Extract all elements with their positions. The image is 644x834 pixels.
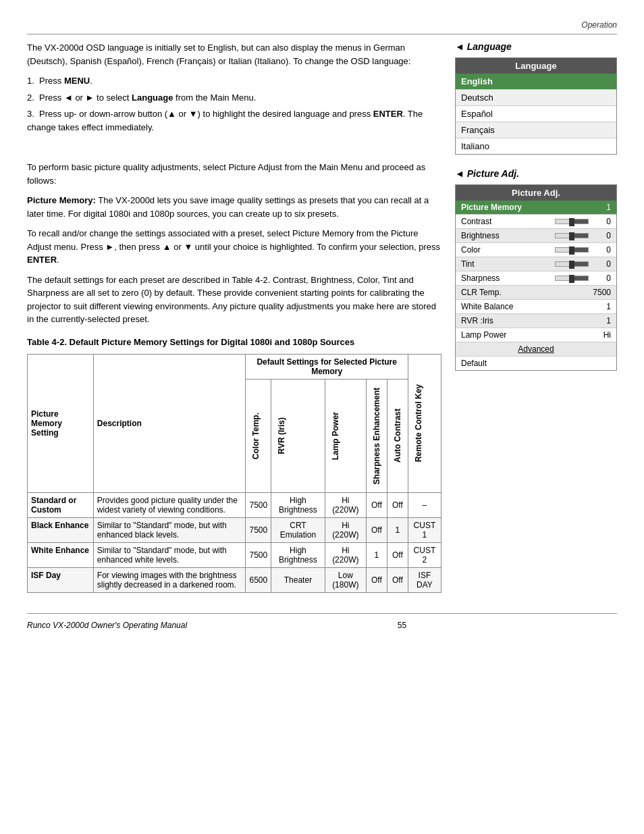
value-label: CLR Temp. [461,288,502,297]
left-column: The VX-2000d OSD language is initially s… [27,41,441,593]
cell-value: Off [387,568,408,593]
menu-item-advanced[interactable]: Advanced [456,342,616,357]
cell-value: CUST 2 [408,543,441,568]
table-heading: Table 4-2. Default Picture Memory Settin… [27,336,441,348]
spacer1 [27,140,441,161]
menu-item-value[interactable]: Picture Memory1 [456,201,616,215]
slider-bar [555,247,589,253]
cell-value: High Brightness [271,493,325,518]
slider-widget: 0 [555,217,611,226]
cell-value: Off [366,518,387,543]
page: Operation The VX-2000d OSD language is i… [0,0,644,657]
step2-bold: Language [132,93,173,103]
cell-value: Hi (220W) [325,518,366,543]
picture-memory-table: Picture Memory Setting Description Defau… [27,354,441,593]
cell-value: Hi (220W) [325,543,366,568]
value-number: 1 [591,302,611,311]
enter-bold: ENTER [27,255,57,265]
slider-widget: 0 [555,259,611,269]
cell-memory: White Enhance [28,543,94,568]
value-label: Picture Memory [461,203,522,212]
col-remote: Remote Control Key [408,354,441,492]
slider-value: 0 [591,273,611,283]
menu-item-value[interactable]: RVR :Iris1 [456,314,616,328]
cell-description: Similar to "Standard" mode, but with enh… [93,518,246,543]
cell-value: Low (180W) [325,568,366,593]
language-menu-item[interactable]: Français [456,122,616,138]
col-lamp-power: Lamp Power [325,379,366,492]
slider-label: Tint [461,259,475,269]
cell-description: Provides good picture quality under the … [93,493,246,518]
slider-widget: 0 [555,273,611,283]
language-menu-item[interactable]: Español [456,106,616,122]
table-row: ISF DayFor viewing images with the brigh… [28,568,441,593]
picture-memory-heading: Picture Memory: [27,195,96,205]
slider-label: Color [461,245,481,255]
value-number: Hi [591,330,611,340]
value-label: Lamp Power [461,330,506,340]
language-menu-item[interactable]: Deutsch [456,90,616,106]
default-settings-header: Default Settings for Selected Picture Me… [246,354,408,379]
cell-memory: ISF Day [28,568,94,593]
cell-value: Off [387,493,408,518]
slider-bar [555,276,589,281]
right-column: Language Language EnglishDeutschEspañolF… [455,41,617,593]
step-3: 3. Press up- or down-arrow button (▲ or … [27,107,441,134]
step-1: 1. Press MENU. [27,74,441,88]
value-label: White Balance [461,302,513,311]
picture-adj-items: Picture Memory1Contrast0Brightness0Color… [456,201,616,370]
cell-value: 7500 [246,543,271,568]
menu-item-plain[interactable]: Default [456,357,616,370]
cell-value: Off [387,543,408,568]
language-menu-title: Language [456,58,616,74]
menu-item-value[interactable]: White Balance1 [456,300,616,314]
cell-memory: Black Enhance [28,518,94,543]
table-row: White EnhanceSimilar to "Standard" mode,… [28,543,441,568]
col-pic-memory: Picture Memory Setting [28,354,94,492]
menu-item-slider[interactable]: Contrast0 [456,215,616,229]
cell-value: ISF DAY [408,568,441,593]
col-auto-contrast: Auto Contrast [387,379,408,492]
cell-value: CRT Emulation [271,518,325,543]
slider-bar [555,233,589,238]
picture-adj-menu-label: Picture Adj. [455,168,617,179]
language-menu-label: Language [455,41,617,52]
menu-item-value[interactable]: Lamp PowerHi [456,328,616,342]
language-menu-item[interactable]: Italiano [456,138,616,154]
cell-value: 1 [366,543,387,568]
cell-value: Off [366,493,387,518]
cell-value: Off [366,568,387,593]
content-area: The VX-2000d OSD language is initially s… [27,41,617,593]
cell-description: Similar to "Standard" mode, but with enh… [93,543,246,568]
slider-label: Brightness [461,231,500,240]
value-number: 1 [591,203,611,212]
menu-item-slider[interactable]: Tint0 [456,257,616,271]
menu-item-slider[interactable]: Sharpness0 [456,271,616,286]
footer-manual-name: Runco VX-2000d Owner's Operating Manual [27,621,187,630]
menu-item-slider[interactable]: Color0 [456,243,616,257]
language-menu-items: EnglishDeutschEspañolFrançaisItaliano [456,74,616,154]
header-text: Operation [581,20,617,30]
picture-memory-para: Picture Memory: The VX-2000d lets you sa… [27,194,441,220]
language-menu-box: Language EnglishDeutschEspañolFrançaisIt… [455,57,617,155]
picture-adjust-intro: To perform basic picture quality adjustm… [27,161,441,187]
step1-bold: MENU [64,76,90,86]
picture-adj-menu-section: Picture Adj. Picture Adj. Picture Memory… [455,168,617,371]
col-rvr-iris: RVR (Iris) [271,379,325,492]
step3-bold: ENTER [373,109,403,119]
language-steps: 1. Press MENU. 2. Press ◄ or ► to select… [27,74,441,134]
language-menu-item[interactable]: English [456,74,616,90]
col-sharpness: Sharpness Enhancement [366,379,387,492]
language-intro: The VX-2000d OSD language is initially s… [27,41,441,68]
col-color-temp: Color Temp. [246,379,271,492]
menu-item-slider[interactable]: Brightness0 [456,229,616,243]
menu-item-value[interactable]: CLR Temp.7500 [456,286,616,300]
cell-value: 6500 [246,568,271,593]
cell-value: 7500 [246,493,271,518]
defaults-para: The default settings for each preset are… [27,273,441,326]
cell-value: – [408,493,441,518]
cell-memory: Standard or Custom [28,493,94,518]
slider-widget: 0 [555,245,611,255]
value-label: RVR :Iris [461,316,493,325]
col-description: Description [93,354,246,492]
